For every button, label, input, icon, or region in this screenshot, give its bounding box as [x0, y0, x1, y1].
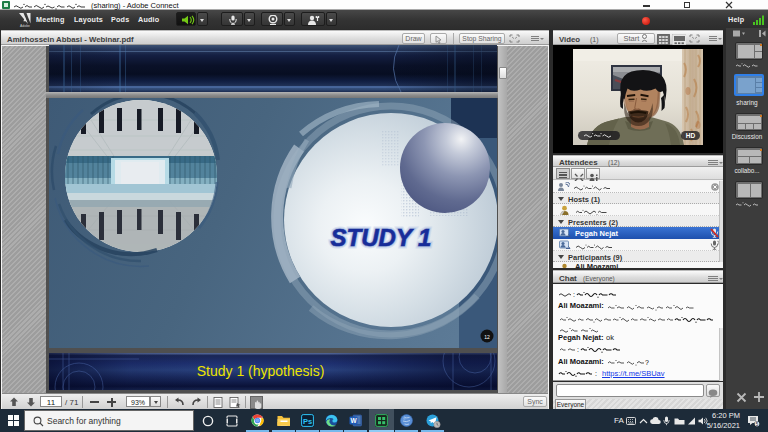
svg-text:W: W — [350, 417, 357, 424]
svg-text:HD: HD — [686, 132, 696, 139]
svg-text::: : — [577, 346, 579, 353]
svg-text::: : — [573, 291, 575, 298]
svg-text::: : — [595, 370, 597, 377]
svg-text:?: ? — [645, 359, 649, 366]
svg-text:STUDY 1: STUDY 1 — [331, 224, 432, 251]
svg-text:Adobe: Adobe — [20, 24, 30, 28]
svg-text:Ps: Ps — [303, 417, 312, 426]
svg-text:12: 12 — [484, 334, 490, 340]
